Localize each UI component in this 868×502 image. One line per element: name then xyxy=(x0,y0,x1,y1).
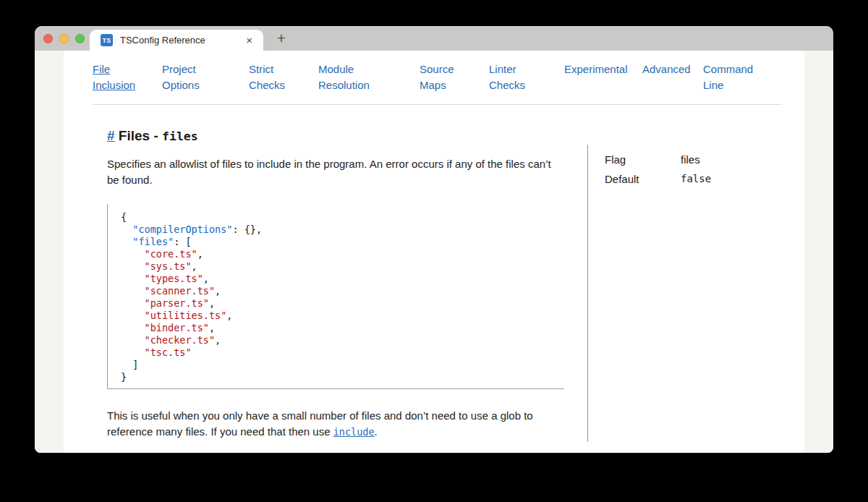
code-line: "parser.ts", xyxy=(121,297,564,310)
nav-link-project-options[interactable]: Project Options xyxy=(162,61,208,93)
nav-link-file-inclusion[interactable]: File Inclusion xyxy=(93,61,145,93)
meta-row-default: Default false xyxy=(605,171,790,187)
code-line: "types.ts", xyxy=(121,273,564,285)
browser-window: TS TSConfig Reference × + File Inclusion… xyxy=(35,26,833,453)
meta-row-flag: Flag files xyxy=(605,152,790,167)
page-background: File Inclusion Project Options Strict Ch… xyxy=(35,51,833,453)
option-meta-aside: Flag files Default false xyxy=(587,145,790,442)
tab-title: TSConfig Reference xyxy=(120,35,244,46)
code-line: "tsc.ts" xyxy=(121,346,564,359)
typescript-favicon-icon: TS xyxy=(101,34,113,46)
zoom-window-button[interactable] xyxy=(75,34,85,43)
close-window-button[interactable] xyxy=(43,34,53,43)
nav-link-advanced[interactable]: Advanced xyxy=(642,61,691,77)
code-line: "files": [ xyxy=(121,236,564,248)
article-main: # Files - files Specifies an allowlist o… xyxy=(107,105,564,440)
code-line: "core.ts", xyxy=(121,248,564,260)
intro-paragraph: Specifies an allowlist of files to inclu… xyxy=(107,156,564,188)
browser-tab[interactable]: TS TSConfig Reference × xyxy=(90,30,263,51)
close-tab-icon[interactable]: × xyxy=(244,33,255,47)
outro-paragraph: This is useful when you only have a smal… xyxy=(107,408,564,440)
code-line: { xyxy=(121,211,564,224)
content-card: File Inclusion Project Options Strict Ch… xyxy=(64,51,804,453)
nav-link-strict-checks[interactable]: Strict Checks xyxy=(249,61,291,93)
top-navigation: File Inclusion Project Options Strict Ch… xyxy=(64,51,804,105)
include-link[interactable]: include xyxy=(333,426,375,438)
meta-label: Flag xyxy=(605,152,681,167)
heading-anchor-link[interactable]: # xyxy=(107,128,115,143)
code-block: {"compilerOptions": {},"files": ["core.t… xyxy=(107,204,564,389)
meta-value: false xyxy=(681,171,711,187)
code-line: "checker.ts", xyxy=(121,334,564,346)
traffic-lights xyxy=(43,26,85,51)
nav-link-linter-checks[interactable]: Linter Checks xyxy=(489,61,528,93)
code-line: ] xyxy=(121,359,564,371)
code-line: "compilerOptions": {}, xyxy=(121,224,564,236)
nav-link-source-maps[interactable]: Source Maps xyxy=(420,61,461,93)
nav-divider xyxy=(93,104,781,105)
nav-link-command-line[interactable]: Command Line xyxy=(703,61,762,93)
code-line: } xyxy=(121,371,564,383)
meta-label: Default xyxy=(605,171,681,187)
heading-code: files xyxy=(162,129,198,143)
content-area: # Files - files Specifies an allowlist o… xyxy=(64,105,804,442)
nav-link-module-resolution[interactable]: Module Resolution xyxy=(318,61,379,93)
section-heading: # Files - files xyxy=(107,127,564,146)
meta-value: files xyxy=(681,152,700,167)
code-line: "scanner.ts", xyxy=(121,285,564,297)
browser-tab-bar: TS TSConfig Reference × + xyxy=(35,26,833,51)
code-line: "binder.ts", xyxy=(121,322,564,334)
code-line: "utilities.ts", xyxy=(121,310,564,322)
new-tab-button[interactable]: + xyxy=(269,26,294,51)
minimize-window-button[interactable] xyxy=(59,34,69,43)
nav-link-experimental[interactable]: Experimental xyxy=(564,61,628,77)
heading-title: Files - xyxy=(115,128,162,143)
code-line: "sys.ts", xyxy=(121,260,564,273)
